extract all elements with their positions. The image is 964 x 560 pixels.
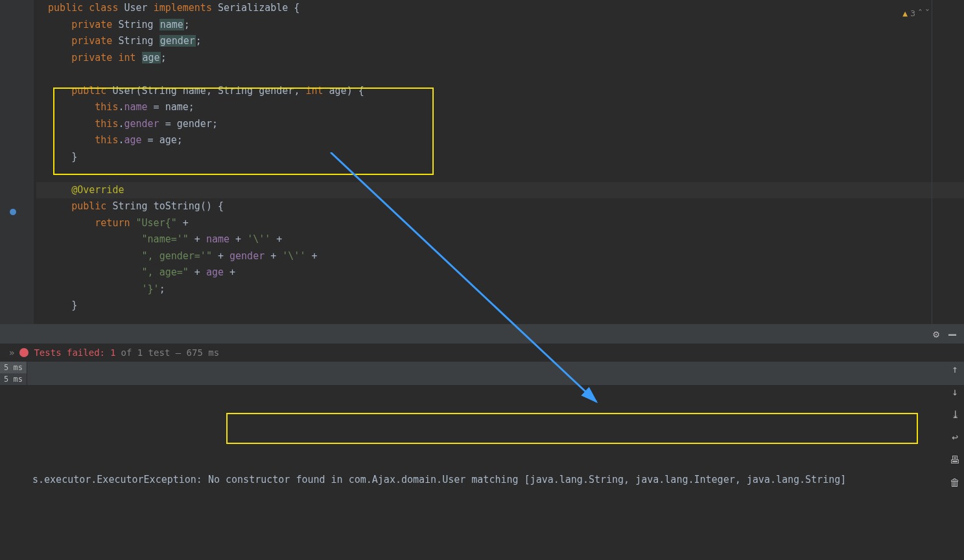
tests-failed-label: Tests failed: bbox=[34, 347, 105, 358]
chevron-icon[interactable]: » bbox=[9, 347, 14, 358]
inspection-status[interactable]: ▲ 3 ˄ ˅ bbox=[902, 8, 930, 18]
code-line[interactable]: } bbox=[36, 149, 964, 166]
tests-failed-count: 1 bbox=[110, 347, 115, 358]
console-output[interactable]: s.executor.ExecutorException: No constru… bbox=[0, 385, 964, 560]
console-line bbox=[32, 422, 955, 439]
code-line[interactable]: this.age = age; bbox=[36, 132, 964, 149]
print-icon[interactable]: 🖶 bbox=[950, 454, 960, 466]
code-line[interactable]: this.gender = gender; bbox=[36, 116, 964, 133]
override-gutter-icon[interactable] bbox=[9, 208, 17, 216]
test-tree-tabs: 5 ms bbox=[0, 362, 964, 373]
code-line[interactable]: private String gender; bbox=[36, 33, 964, 50]
settings-icon[interactable]: ⚙ bbox=[933, 328, 939, 340]
code-line[interactable]: ", gender='" + gender + '\'' + bbox=[36, 248, 964, 265]
minimize-icon[interactable]: — bbox=[948, 326, 956, 342]
console-toolbar: ↑ ↓ ⤓ ↩ 🖶 🗑 bbox=[950, 363, 960, 489]
export-icon[interactable]: ⤓ bbox=[950, 408, 960, 421]
test-status-bar: » Tests failed: 1 of 1 test – 675 ms bbox=[0, 344, 964, 362]
clear-icon[interactable]: 🗑 bbox=[950, 476, 960, 489]
console-exception-line: s.executor.ExecutorException: No constru… bbox=[32, 472, 955, 489]
chevron-down-icon[interactable]: ˅ bbox=[925, 8, 930, 18]
line-gutter bbox=[0, 0, 34, 324]
code-line[interactable] bbox=[36, 66, 964, 83]
editor-area: public class User implements Serializabl… bbox=[0, 0, 964, 324]
test-tree-tabs-2: 5 ms bbox=[0, 373, 964, 385]
right-rail bbox=[932, 0, 964, 324]
code-line[interactable]: '}'; bbox=[36, 281, 964, 298]
toolwindow-header: ⚙ — bbox=[0, 324, 964, 344]
console-line bbox=[32, 521, 955, 538]
code-line[interactable]: private int age; bbox=[36, 50, 964, 67]
fail-dot-icon bbox=[19, 348, 29, 357]
scroll-down-icon[interactable]: ↓ bbox=[950, 386, 960, 398]
scroll-up-icon[interactable]: ↑ bbox=[950, 363, 960, 375]
code-line[interactable]: } bbox=[36, 298, 964, 314]
warning-count: 3 bbox=[910, 8, 915, 18]
warning-icon: ▲ bbox=[902, 8, 908, 18]
test-duration-tab2[interactable]: 5 ms bbox=[0, 373, 27, 385]
code-line[interactable] bbox=[36, 165, 964, 182]
chevron-up-icon[interactable]: ˄ bbox=[918, 8, 923, 18]
code-line[interactable]: public class User implements Serializabl… bbox=[36, 0, 964, 17]
code-line[interactable]: ", age=" + age + bbox=[36, 264, 964, 281]
code-line[interactable]: @Override bbox=[36, 182, 964, 199]
softwrap-icon[interactable]: ↩ bbox=[950, 431, 960, 443]
tests-summary: of 1 test – 675 ms bbox=[121, 347, 219, 358]
code-line[interactable]: return "User{" + bbox=[36, 215, 964, 232]
test-duration-tab1[interactable]: 5 ms bbox=[0, 362, 27, 373]
code-line[interactable]: public String toString() { bbox=[36, 198, 964, 215]
code-line[interactable]: "name='" + name + '\'' + bbox=[36, 231, 964, 248]
code-pane[interactable]: public class User implements Serializabl… bbox=[34, 0, 964, 324]
code-line[interactable]: private String name; bbox=[36, 17, 964, 34]
code-line[interactable]: public User(String name, String gender, … bbox=[36, 83, 964, 100]
code-line[interactable]: this.name = name; bbox=[36, 99, 964, 116]
